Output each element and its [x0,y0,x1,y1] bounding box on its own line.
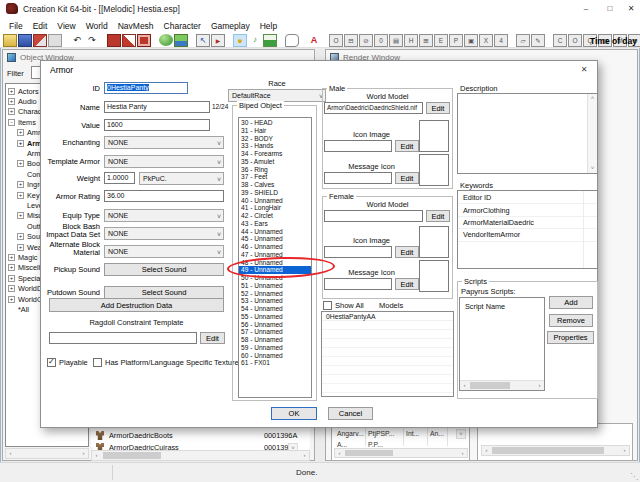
ref-hscrollbar[interactable] [334,448,468,458]
window-6-icon[interactable]: H [404,34,418,47]
tool-1-icon[interactable]: ▱ [516,34,530,47]
scroll-thumb[interactable] [492,447,604,454]
block-bash-select[interactable]: NONE [104,227,224,240]
lights-toggle-icon[interactable]: ● [233,34,247,47]
tree-hscrollbar[interactable] [5,448,89,459]
script-properties-button[interactable]: Properties [547,331,594,344]
armor-rating-field[interactable]: 36.00 [104,190,224,202]
weight-field[interactable]: 1.0000 [104,172,135,184]
window-9-icon[interactable]: P [449,34,463,47]
female-world-model-edit-button[interactable]: Edit [426,210,450,222]
resize-grip-icon[interactable]: ⋱ [630,472,638,481]
vscroll-down-icon[interactable] [456,429,466,439]
equip-type-select[interactable]: NONE [104,209,224,222]
tree-expand-icon[interactable]: + [17,160,24,167]
biped-item[interactable]: 38 - Calves [239,181,311,189]
warnings-icon[interactable]: A [307,34,321,47]
window-5-icon[interactable]: ▤ [389,34,403,47]
window-7-icon[interactable]: ⊞ [419,34,433,47]
tree-expand-icon[interactable] [17,150,24,157]
biped-item[interactable]: 61 - FX01 [239,359,311,367]
biped-item[interactable]: 31 - Hair [239,127,311,135]
redo-icon[interactable]: ↷ [85,34,99,47]
template-armor-select[interactable]: NONE [104,155,224,168]
dialog-close-icon[interactable]: ✕ [574,63,594,77]
menu-item[interactable]: NavMesh [113,21,159,31]
window-12-icon[interactable]: 4 [494,34,508,47]
menu-item[interactable]: Character [159,21,206,31]
biped-item[interactable]: 51 - Unnamed [239,282,311,290]
female-icon-image-field[interactable] [324,246,392,258]
ref-cell[interactable]: An... [430,430,444,437]
scroll-thumb[interactable] [470,382,510,389]
biped-item[interactable]: 56 - Unnamed [239,321,311,329]
minimize-button[interactable]: – [574,0,598,18]
preferences-icon[interactable] [48,34,62,47]
description-textarea[interactable] [457,93,598,174]
keyword-item[interactable]: ArmorMaterialDaedric [458,217,597,229]
dialogue-icon[interactable] [285,34,299,47]
script-remove-button[interactable]: Remove [549,314,593,327]
scroll-right-icon[interactable] [458,449,467,457]
male-world-model-edit-button[interactable]: Edit [426,102,450,114]
animation-icon[interactable]: ▶ [211,34,225,47]
biped-item[interactable]: 46 - Unnamed [239,243,311,251]
enchanting-select[interactable]: NONE [104,136,224,149]
biped-item[interactable]: 33 - Hands [239,142,311,150]
script-add-button[interactable]: Add [549,296,593,309]
male-icon-image-field[interactable] [324,140,392,152]
biped-item[interactable]: 32 - BODY [239,135,311,143]
menu-item[interactable]: File [4,21,28,31]
tree-expand-icon[interactable] [8,306,15,313]
biped-item[interactable]: 55 - Unnamed [239,313,311,321]
menu-item[interactable]: World [81,21,113,31]
scroll-left-icon[interactable] [482,446,491,455]
biped-item[interactable]: 45 - Unnamed [239,235,311,243]
object-select-icon[interactable]: ↖ [196,34,210,47]
male-message-icon-field[interactable] [324,172,392,184]
render-hscrollbar[interactable] [481,445,630,456]
snap-grid-icon[interactable] [107,34,121,47]
description-scrollbar[interactable] [587,94,597,173]
window-10-icon[interactable]: ▣ [464,34,478,47]
undo-icon[interactable]: ↶ [70,34,84,47]
id-field[interactable]: 0HestiaPanty [104,82,188,94]
biped-item[interactable]: 43 - Ears [239,220,311,228]
tree-expand-icon[interactable] [17,171,24,178]
menu-item[interactable]: Edit [28,21,53,31]
scroll-left-icon[interactable] [460,381,469,390]
menu-item[interactable]: Gameplay [206,21,255,31]
tree-expand-icon[interactable]: + [8,108,15,115]
list-hscrollbar[interactable] [91,450,310,461]
window-11-icon[interactable]: X [479,34,493,47]
male-icon-image-edit-button[interactable]: Edit [395,140,419,152]
name-field[interactable]: Hestia Panty [104,101,210,113]
keyword-item[interactable]: VendorItemArmor [458,229,597,241]
snap-angle-icon[interactable] [122,34,136,47]
male-world-model-field[interactable]: Armor\Daedric\DaedricShield.nif [324,102,423,114]
ref-cell[interactable]: PtjPSP... [368,430,394,437]
biped-item[interactable]: 60 - Unnamed [239,352,311,360]
save-icon[interactable] [18,34,32,47]
tree-expand-icon[interactable]: + [8,285,15,292]
model-item[interactable]: 0HestiaPantyAA [322,312,453,321]
menu-item[interactable]: View [52,21,80,31]
value-field[interactable]: 1600 [104,119,210,131]
snap-reference-icon[interactable] [137,34,151,47]
view-1-icon[interactable]: C [553,34,567,47]
tree-expand-icon[interactable]: + [8,264,15,271]
tree-expand-icon[interactable]: + [8,98,15,105]
show-all-checkbox[interactable] [323,301,332,310]
biped-item[interactable]: 54 - Unnamed [239,305,311,313]
scroll-left-icon[interactable] [335,449,344,457]
close-button[interactable]: ✕ [619,0,640,18]
tree-expand-icon[interactable]: + [17,181,24,188]
scroll-right-icon[interactable] [79,449,88,458]
female-message-icon-field[interactable] [324,278,392,290]
biped-item[interactable]: 42 - Circlet [239,212,311,220]
tree-expand-icon[interactable]: + [17,244,24,251]
biped-item[interactable]: 35 - Amulet [239,158,311,166]
biped-item[interactable]: 30 - HEAD [239,119,311,127]
biped-item[interactable]: 53 - Unnamed [239,297,311,305]
window-4-icon[interactable]: 0 [374,34,388,47]
